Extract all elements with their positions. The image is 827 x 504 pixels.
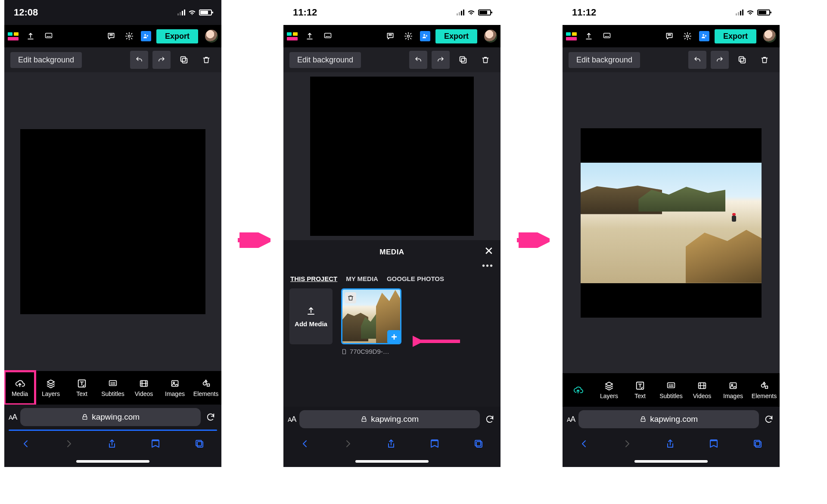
tabs-button[interactable] bbox=[752, 439, 763, 451]
tool-label: Elements bbox=[752, 393, 777, 399]
collaborator-chip[interactable] bbox=[141, 31, 151, 41]
videos-icon bbox=[696, 380, 708, 391]
text-size-button[interactable]: AA bbox=[567, 415, 575, 424]
tool-videos[interactable]: Videos bbox=[128, 371, 159, 405]
text-size-button[interactable]: AA bbox=[288, 415, 296, 424]
collaborator-chip[interactable] bbox=[699, 31, 709, 41]
back-button[interactable] bbox=[579, 439, 589, 451]
collaborator-chip[interactable] bbox=[420, 31, 430, 41]
kapwing-logo[interactable] bbox=[287, 32, 298, 40]
url-box[interactable]: kapwing.com bbox=[20, 408, 201, 426]
comment-icon[interactable] bbox=[663, 30, 676, 43]
copy-icon[interactable] bbox=[454, 51, 472, 69]
tabs-button[interactable] bbox=[473, 439, 484, 451]
undo-button[interactable] bbox=[688, 51, 706, 69]
share-button[interactable] bbox=[107, 438, 117, 451]
bookmarks-button[interactable] bbox=[708, 439, 719, 451]
share-button[interactable] bbox=[665, 438, 675, 451]
bookmarks-button[interactable] bbox=[429, 439, 440, 451]
close-icon[interactable]: ✕ bbox=[484, 244, 494, 258]
trash-icon[interactable] bbox=[755, 51, 774, 69]
tool-subtitles[interactable]: Subtitles bbox=[656, 373, 687, 407]
export-button[interactable]: Export bbox=[435, 29, 477, 43]
refresh-button[interactable] bbox=[762, 414, 775, 424]
canvas-area[interactable] bbox=[4, 72, 221, 371]
canvas-with-image[interactable] bbox=[581, 128, 762, 318]
redo-button[interactable] bbox=[152, 51, 171, 69]
tool-subtitles[interactable]: Subtitles bbox=[97, 371, 128, 405]
subtitle-box-icon[interactable] bbox=[42, 30, 55, 43]
add-to-canvas-button[interactable]: + bbox=[387, 330, 401, 344]
upload-icon[interactable] bbox=[24, 30, 37, 43]
media-thumbnail[interactable]: + bbox=[341, 288, 401, 344]
avatar[interactable] bbox=[484, 30, 497, 43]
forward-button[interactable] bbox=[622, 439, 632, 451]
subtitle-box-icon[interactable] bbox=[600, 30, 613, 43]
tool-text[interactable]: Text bbox=[66, 371, 97, 405]
tool-images[interactable]: Images bbox=[159, 371, 190, 405]
tool-elements[interactable]: Elements bbox=[190, 371, 221, 405]
tool-text[interactable]: Text bbox=[625, 373, 656, 407]
export-button[interactable]: Export bbox=[156, 29, 198, 43]
thumbnail-filename: 770C99D9-… bbox=[350, 348, 389, 355]
svg-rect-18 bbox=[604, 33, 610, 38]
undo-button[interactable] bbox=[409, 51, 427, 69]
edit-background-button[interactable]: Edit background bbox=[569, 52, 640, 68]
kapwing-logo[interactable] bbox=[8, 32, 19, 40]
upload-icon[interactable] bbox=[303, 30, 316, 43]
text-size-button[interactable]: AA bbox=[9, 413, 17, 422]
redo-button[interactable] bbox=[711, 51, 729, 69]
tool-row: Media Layers Text Subtitles Videos Image… bbox=[4, 371, 221, 405]
more-icon[interactable]: ••• bbox=[289, 260, 494, 273]
comment-icon[interactable] bbox=[105, 30, 118, 43]
copy-icon[interactable] bbox=[175, 51, 193, 69]
delete-thumbnail-icon[interactable] bbox=[345, 292, 356, 303]
gear-icon[interactable] bbox=[123, 30, 136, 43]
redo-button[interactable] bbox=[432, 51, 450, 69]
tool-media-loading[interactable] bbox=[563, 373, 594, 407]
canvas-area[interactable] bbox=[563, 72, 780, 373]
back-button[interactable] bbox=[300, 439, 310, 451]
tool-layers[interactable]: Layers bbox=[594, 373, 625, 407]
bookmarks-button[interactable] bbox=[150, 439, 161, 451]
copy-icon[interactable] bbox=[733, 51, 751, 69]
avatar[interactable] bbox=[763, 30, 776, 43]
tool-videos[interactable]: Videos bbox=[687, 373, 718, 407]
gear-icon[interactable] bbox=[681, 30, 694, 43]
trash-icon[interactable] bbox=[197, 51, 215, 69]
trash-icon[interactable] bbox=[476, 51, 494, 69]
share-button[interactable] bbox=[386, 438, 396, 451]
blank-canvas[interactable] bbox=[20, 129, 205, 314]
tool-images[interactable]: Images bbox=[718, 373, 749, 407]
url-box[interactable]: kapwing.com bbox=[299, 410, 480, 428]
home-indicator bbox=[355, 460, 429, 463]
tool-layers[interactable]: Layers bbox=[35, 371, 66, 405]
subtitles-icon bbox=[665, 380, 677, 391]
gear-icon[interactable] bbox=[402, 30, 415, 43]
undo-button[interactable] bbox=[130, 51, 148, 69]
kapwing-logo[interactable] bbox=[566, 32, 577, 40]
subtitle-box-icon[interactable] bbox=[321, 30, 334, 43]
forward-button[interactable] bbox=[64, 439, 74, 451]
tabs-button[interactable] bbox=[194, 439, 205, 451]
export-button[interactable]: Export bbox=[715, 29, 756, 43]
back-button[interactable] bbox=[21, 439, 31, 451]
add-media-button[interactable]: Add Media bbox=[289, 288, 333, 344]
tool-media[interactable]: Media bbox=[4, 371, 35, 405]
tool-elements[interactable]: Elements bbox=[749, 373, 780, 407]
tab-google-photos[interactable]: GOOGLE PHOTOS bbox=[387, 275, 444, 282]
url-box[interactable]: kapwing.com bbox=[578, 410, 759, 428]
refresh-button[interactable] bbox=[483, 414, 496, 424]
forward-button[interactable] bbox=[343, 439, 353, 451]
beach-image[interactable] bbox=[581, 163, 762, 283]
tab-this-project[interactable]: THIS PROJECT bbox=[290, 275, 337, 282]
edit-background-button[interactable]: Edit background bbox=[10, 52, 82, 68]
comment-icon[interactable] bbox=[384, 30, 397, 43]
canvas-area[interactable] bbox=[283, 72, 501, 240]
avatar[interactable] bbox=[205, 30, 218, 43]
tab-my-media[interactable]: MY MEDIA bbox=[346, 275, 378, 282]
edit-background-button[interactable]: Edit background bbox=[289, 52, 361, 68]
refresh-button[interactable] bbox=[204, 412, 217, 422]
upload-icon[interactable] bbox=[582, 30, 595, 43]
blank-canvas[interactable] bbox=[310, 77, 474, 236]
